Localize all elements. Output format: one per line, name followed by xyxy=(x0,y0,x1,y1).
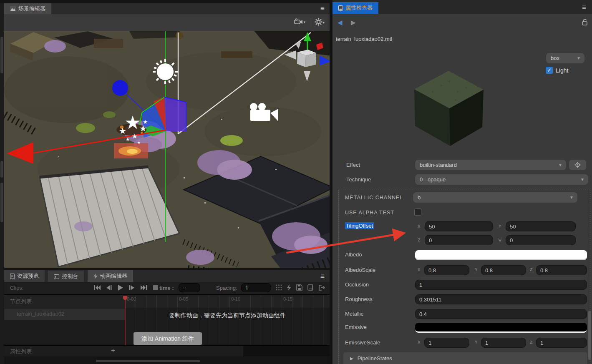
tiling-offset-z-input[interactable] xyxy=(425,235,493,245)
inspector-tabbar: 属性检查器 ≡ xyxy=(333,0,592,14)
stop-button[interactable] xyxy=(153,285,158,291)
add-animation-component-button[interactable]: 添加 Animation 组件 xyxy=(134,332,202,345)
panel-menu-icon[interactable]: ≡ xyxy=(320,5,325,12)
albedo-scale-z-input[interactable] xyxy=(536,265,587,275)
roughness-label: Roughness xyxy=(345,294,373,305)
transport-controls xyxy=(92,285,160,292)
ruler-tick-label: 0-00 xyxy=(127,296,136,301)
albedo-scale-label: AlbedoScale xyxy=(345,265,375,276)
svg-text:★: ★ xyxy=(119,126,126,136)
camera-view-dropdown[interactable]: ▾ xyxy=(294,18,305,27)
panel-menu-icon[interactable]: ≡ xyxy=(320,273,325,280)
ruler-tick-label: 0-10 xyxy=(231,296,240,301)
spacing-input[interactable] xyxy=(241,283,271,292)
save-icon[interactable] xyxy=(296,284,302,291)
emissive-color-swatch[interactable] xyxy=(415,323,587,333)
technique-select[interactable]: 0 - opaque ▼ xyxy=(415,174,588,185)
axis-w-label: W xyxy=(499,238,501,243)
playhead-marker[interactable] xyxy=(122,295,128,301)
emissive-scale-y-input[interactable] xyxy=(481,338,526,348)
effect-select[interactable]: builtin-standard ▼ xyxy=(415,160,566,170)
panel-handle[interactable] xyxy=(0,37,3,73)
scene-icon xyxy=(10,6,16,11)
tab-label: 资源预览 xyxy=(17,272,39,280)
clips-book-icon[interactable] xyxy=(307,284,314,291)
tab-label: 属性检查器 xyxy=(345,4,373,12)
roughness-input[interactable] xyxy=(415,294,587,304)
ruler-tick-label: 0-15 xyxy=(283,296,292,301)
camera-icon xyxy=(294,18,303,25)
inspector-panel: 属性检查器 ≡ ◀ ▶ terrain_luoxiadao02.mtl xyxy=(333,0,592,364)
play-button[interactable] xyxy=(118,285,123,291)
axis-x-label: X xyxy=(418,224,421,229)
history-forward-button[interactable]: ▶ xyxy=(351,19,356,26)
emissive-scale-x-input[interactable] xyxy=(424,338,469,348)
lock-icon[interactable] xyxy=(582,18,588,25)
axis-z-label: Z xyxy=(530,267,533,272)
use-alpha-test-checkbox[interactable] xyxy=(414,208,421,216)
tiling-offset-w-input[interactable] xyxy=(506,235,576,245)
scene-toolbar: ▾ ▾ xyxy=(4,14,330,31)
tiling-offset-y-input[interactable] xyxy=(506,221,576,231)
tiling-offset-label: TilingOffset xyxy=(345,222,374,229)
hscroll-thumb[interactable] xyxy=(96,360,200,362)
empty-state-message: 要制作动画，需要先为当前节点添加动画组件 xyxy=(125,312,330,319)
spacing-label: Spacing: xyxy=(216,285,237,291)
material-preview-area[interactable]: box ▼ ✓ Light xyxy=(333,46,592,155)
tab-property-inspector[interactable]: 属性检查器 xyxy=(333,2,378,14)
skip-start-button[interactable] xyxy=(94,285,101,291)
step-back-button[interactable] xyxy=(106,285,112,291)
timeline-header: 节点列表 0-00 0-05 0-10 0-15 xyxy=(4,295,330,308)
asset-file-name: terrain_luoxiadao02.mtl xyxy=(336,36,392,42)
svg-text:★: ★ xyxy=(124,112,141,133)
tab-scene-editor[interactable]: 场景编辑器 xyxy=(4,3,51,14)
node-row[interactable]: terrain_luoxiadao02 xyxy=(4,309,125,320)
scene-viewport[interactable]: ★ ★ ★ ★ ★ ★ ★ xyxy=(4,31,330,268)
skip-end-button[interactable] xyxy=(141,285,147,291)
panel-handle[interactable] xyxy=(0,183,3,222)
fire-effect[interactable] xyxy=(114,143,148,158)
pipeline-states-header[interactable]: ▶ PipelineStates xyxy=(343,352,587,364)
light-checkbox[interactable]: ✓ xyxy=(546,67,553,74)
emissive-scale-label: EmissiveScale xyxy=(345,337,380,348)
occlusion-input[interactable] xyxy=(415,280,587,290)
technique-value: 0 - opaque xyxy=(420,176,446,183)
history-back-button[interactable]: ◀ xyxy=(338,19,343,26)
preview-shape-select[interactable]: box ▼ xyxy=(546,53,584,63)
tab-asset-preview[interactable]: 资源预览 xyxy=(4,270,45,282)
chevron-down-icon: ▾ xyxy=(303,20,305,24)
light-label: Light xyxy=(556,67,568,74)
technique-label: Technique xyxy=(346,174,371,185)
metallic-input[interactable] xyxy=(415,309,587,319)
tab-animation-editor[interactable]: 动画编辑器 xyxy=(88,270,133,282)
hscroll-track xyxy=(4,356,330,364)
step-forward-button[interactable] xyxy=(129,285,134,291)
scene-settings-dropdown[interactable]: ▾ xyxy=(315,18,325,28)
preview-light-toggle[interactable]: ✓ Light xyxy=(546,67,568,74)
pipeline-states-label: PipelineStates xyxy=(358,355,392,361)
gear-icon xyxy=(315,18,322,26)
panel-menu-icon[interactable]: ≡ xyxy=(582,4,586,11)
use-alpha-test-row: USE ALPHA TEST xyxy=(333,208,592,218)
left-collapsed-strip[interactable] xyxy=(0,3,4,364)
albedo-scale-x-input[interactable] xyxy=(424,265,469,275)
vscroll-thumb[interactable] xyxy=(588,311,591,360)
emissive-scale-z-input[interactable] xyxy=(536,338,587,348)
export-icon[interactable] xyxy=(319,285,325,291)
tab-console[interactable]: 控制台 xyxy=(48,271,84,282)
property-list-row: 属性列表 + xyxy=(4,345,243,357)
document-icon xyxy=(10,274,15,279)
metallic-channel-value: b xyxy=(418,194,421,201)
grid-snap-icon[interactable] xyxy=(276,284,282,291)
timeline-ruler[interactable]: 0-00 0-05 0-10 0-15 xyxy=(125,295,330,308)
panel-handle[interactable] xyxy=(0,161,3,178)
tiling-offset-x-input[interactable] xyxy=(425,221,493,231)
locate-effect-button[interactable] xyxy=(569,160,586,170)
time-input[interactable] xyxy=(179,283,200,292)
metallic-channel-select[interactable]: b ▼ xyxy=(413,192,577,203)
albedo-scale-y-input[interactable] xyxy=(481,265,526,275)
albedo-color-swatch[interactable] xyxy=(415,250,587,260)
add-property-button[interactable]: + xyxy=(111,346,115,355)
metallic-label: Metallic xyxy=(345,309,363,319)
event-bolt-icon[interactable] xyxy=(287,284,291,291)
